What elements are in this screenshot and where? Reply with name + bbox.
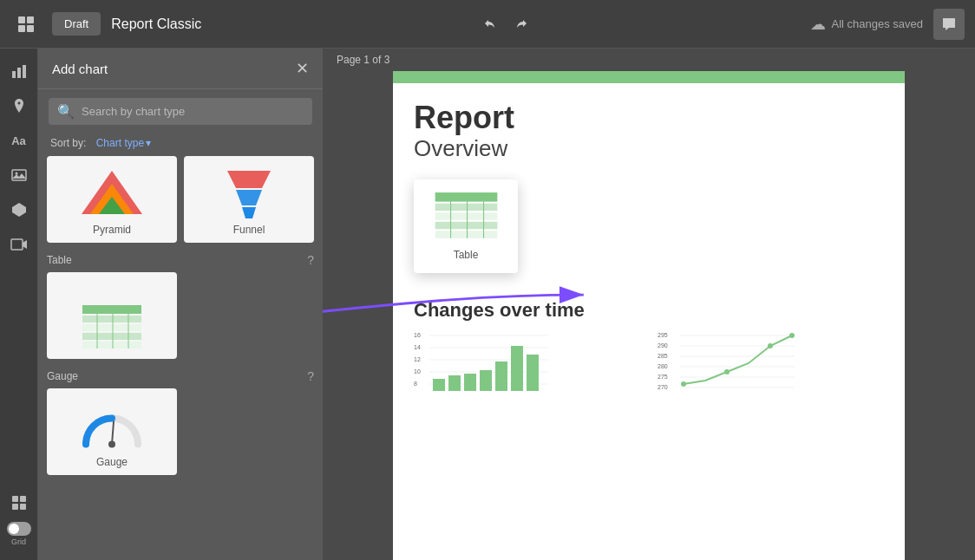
svg-rect-25 (82, 333, 141, 340)
svg-text:290: 290 (658, 342, 668, 348)
report-subheading: Overview (414, 135, 884, 162)
svg-marker-21 (242, 207, 256, 218)
svg-text:14: 14 (414, 344, 421, 350)
table-section-label: Table ? (47, 253, 314, 267)
svg-point-70 (724, 369, 730, 374)
nav-component[interactable] (3, 194, 35, 225)
svg-rect-5 (17, 68, 21, 78)
nav-text[interactable]: Aa (3, 125, 35, 156)
svg-text:275: 275 (658, 374, 668, 380)
charts-row: 16 14 12 10 8 (414, 329, 884, 401)
topbar: Draft Report Classic ☁ All changes saved (0, 0, 975, 49)
svg-text:12: 12 (414, 356, 421, 362)
funnel-label: Funnel (233, 224, 265, 236)
page-green-bar (393, 71, 905, 83)
chart-grid-top: Pyramid Funnel (47, 156, 314, 243)
svg-rect-6 (23, 65, 26, 78)
svg-rect-54 (495, 361, 507, 391)
svg-text:270: 270 (658, 384, 668, 390)
line-chart: 295 290 285 280 275 270 (658, 329, 884, 401)
svg-marker-19 (227, 171, 271, 188)
svg-rect-12 (12, 496, 18, 502)
chevron-down-icon: ▾ (146, 137, 151, 149)
sort-by-dropdown[interactable]: Chart type ▾ (96, 137, 151, 149)
comment-button[interactable] (933, 9, 965, 40)
svg-text:16: 16 (414, 332, 421, 338)
svg-rect-1 (27, 16, 34, 23)
svg-text:10: 10 (414, 368, 421, 374)
nav-video[interactable] (3, 229, 35, 260)
table-card-label: Table (454, 249, 479, 261)
chart-card-table[interactable] (47, 272, 177, 359)
undo-redo-group (476, 10, 535, 38)
report-title: Report Classic (111, 16, 201, 32)
panel-content: Pyramid Funnel Table ? (38, 156, 323, 560)
search-input[interactable] (82, 105, 304, 118)
table-tooltip-card: Table (414, 179, 518, 273)
report-heading: Report (414, 101, 884, 135)
svg-rect-10 (11, 239, 23, 250)
redo-button[interactable] (507, 10, 535, 38)
svg-rect-0 (18, 16, 25, 23)
main-layout: Aa Grid Add chart ✕ 🔍 (0, 49, 975, 560)
report-canvas: Report Overview (323, 71, 975, 560)
chart-card-pyramid[interactable]: Pyramid (47, 156, 177, 243)
app-icon (10, 9, 42, 40)
cloud-icon: ☁ (810, 15, 826, 34)
table-help-icon[interactable]: ? (307, 253, 314, 267)
svg-rect-56 (527, 355, 539, 391)
svg-text:8: 8 (414, 381, 417, 387)
sort-row: Sort by: Chart type ▾ (38, 133, 323, 156)
svg-marker-9 (12, 203, 26, 217)
nav-image[interactable] (3, 160, 35, 191)
svg-rect-24 (82, 324, 141, 331)
svg-rect-23 (82, 316, 141, 322)
gauge-label: Gauge (96, 456, 128, 468)
svg-point-69 (681, 381, 686, 387)
chart-grid-table (47, 272, 314, 359)
svg-rect-2 (18, 25, 25, 32)
svg-text:280: 280 (658, 363, 668, 369)
svg-point-72 (789, 333, 795, 338)
svg-rect-50 (433, 379, 445, 391)
svg-rect-33 (435, 203, 497, 210)
svg-rect-52 (464, 374, 476, 391)
search-bar: 🔍 (49, 98, 312, 125)
nav-apps[interactable] (3, 487, 35, 518)
bar-chart: 16 14 12 10 8 (414, 329, 640, 401)
chart-card-gauge[interactable]: Gauge (47, 388, 177, 475)
svg-rect-22 (82, 305, 141, 314)
panel-header: Add chart ✕ (38, 49, 323, 89)
grid-toggle: Grid (7, 522, 31, 546)
add-chart-panel: Add chart ✕ 🔍 Sort by: Chart type ▾ (38, 49, 323, 560)
undo-button[interactable] (476, 10, 504, 38)
svg-rect-15 (20, 504, 26, 510)
nav-location[interactable] (3, 90, 35, 121)
svg-rect-53 (480, 370, 492, 391)
svg-marker-20 (236, 190, 262, 205)
svg-rect-55 (511, 346, 523, 391)
nav-charts[interactable] (3, 55, 35, 87)
gauge-help-icon[interactable]: ? (307, 369, 314, 383)
svg-rect-35 (435, 221, 497, 228)
gauge-section-label: Gauge ? (47, 369, 314, 383)
save-status: ☁ All changes saved (810, 15, 923, 34)
svg-text:285: 285 (658, 353, 668, 359)
svg-point-71 (768, 343, 773, 348)
svg-point-31 (108, 441, 115, 448)
close-panel-button[interactable]: ✕ (296, 59, 309, 78)
topbar-right: ☁ All changes saved (810, 9, 965, 40)
svg-rect-14 (12, 504, 18, 510)
svg-rect-34 (435, 212, 497, 219)
svg-rect-36 (435, 231, 497, 238)
content-area: Page 1 of 3 Report Overview (323, 49, 975, 560)
draft-button[interactable]: Draft (52, 12, 101, 36)
svg-rect-51 (448, 375, 461, 391)
changes-title: Changes over time (414, 299, 884, 322)
page-indicator: Page 1 of 3 (323, 49, 975, 71)
pyramid-label: Pyramid (93, 224, 131, 236)
report-page: Report Overview (393, 71, 905, 560)
chart-card-funnel[interactable]: Funnel (184, 156, 314, 243)
svg-rect-3 (27, 25, 34, 32)
search-icon: 🔍 (57, 103, 75, 120)
